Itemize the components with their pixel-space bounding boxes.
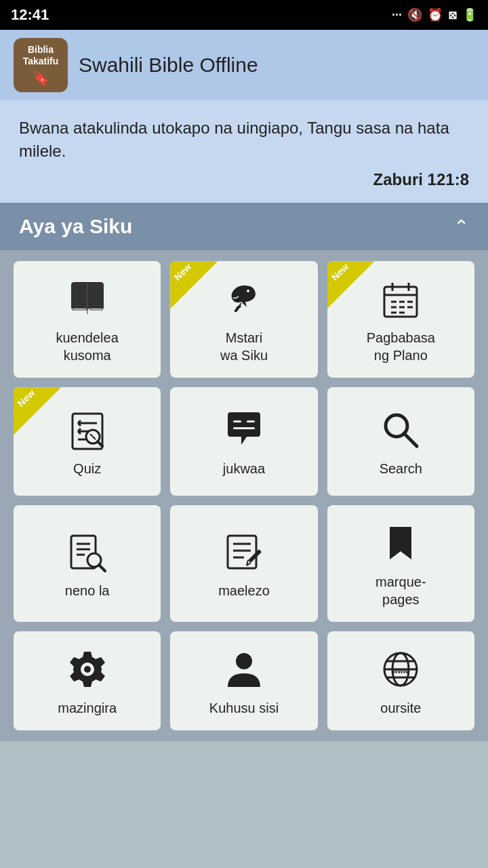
app-icon: Biblia Takatifu 🔖 [14,38,68,92]
svg-rect-28 [233,420,241,422]
marque-label: marque- pages [375,573,426,608]
new-badge-pagbabasa: New [327,261,375,309]
mazingira-label: mazingira [58,699,117,717]
chevron-up-icon[interactable]: ⌃ [453,216,469,238]
kuhusu-label: Kuhusu sisi [209,699,279,717]
quiz-label: Quiz [73,460,101,477]
grid-item-quiz[interactable]: New Quiz [14,387,161,496]
grid-area: kuendelea kusoma New Mstari wa Siku New [0,250,488,741]
bookmark-icon: 🔖 [33,70,49,86]
grid-item-maelezo[interactable]: maelezo [170,505,317,622]
search-icon [379,408,422,452]
verse-text: Bwana atakulinda utokapo na uingiapo, Ta… [19,117,469,162]
bookmark-icon [379,521,422,565]
globe-icon: www [379,648,422,691]
features-grid: kuendelea kusoma New Mstari wa Siku New [14,261,474,730]
svg-rect-29 [247,420,255,422]
verse-area: Bwana atakulinda utokapo na uingiapo, Ta… [0,100,488,203]
svg-point-2 [247,290,249,292]
alarm-icon: ⏰ [428,7,443,22]
svg-point-46 [84,666,91,673]
status-icons: ··· 🔇 ⏰ ⊠ 🔋 [392,7,477,22]
time-display: 12:41 [11,6,49,24]
svg-point-47 [236,653,252,669]
gear-icon [66,648,109,691]
sim-icon: ⊠ [448,9,457,22]
quiz-icon [66,408,109,452]
edit-icon [222,530,266,574]
battery-icon: 🔋 [462,7,477,22]
svg-line-38 [99,565,105,571]
grid-item-pagbabasa[interactable]: New Pagbabasa ng Plano [327,261,474,378]
grid-item-mazingira[interactable]: mazingira [14,631,161,730]
section-title: Aya ya Siku [19,215,132,238]
maelezo-label: maelezo [218,582,270,599]
app-icon-text: Biblia Takatifu [23,44,59,67]
new-badge-mstari: New [170,261,218,309]
section-header[interactable]: Aya ya Siku ⌃ [0,203,488,250]
svg-rect-30 [233,427,255,429]
chat-icon [222,408,266,452]
book-icon [66,277,109,321]
mstari-label: Mstari wa Siku [220,329,268,364]
svg-rect-39 [228,536,256,568]
dove-icon [222,277,266,321]
grid-item-jukwaa[interactable]: jukwaa [170,387,317,496]
oursite-label: oursite [380,699,421,717]
app-header: Biblia Takatifu 🔖 Swahili Bible Offline [0,30,488,100]
svg-line-32 [404,433,417,446]
grid-item-marque[interactable]: marque- pages [327,505,474,622]
neno-label: neno la [65,582,110,599]
dots-icon: ··· [392,8,402,22]
grid-item-kuhusu[interactable]: Kuhusu sisi [170,631,317,730]
mute-icon: 🔇 [407,7,422,22]
grid-item-neno[interactable]: neno la [14,505,161,622]
grid-item-search[interactable]: Search [327,387,474,496]
app-title: Swahili Bible Offline [79,54,258,77]
grid-item-kuendelea[interactable]: kuendelea kusoma [14,261,161,378]
search-label: Search [380,460,422,477]
grid-item-mstari[interactable]: New Mstari wa Siku [170,261,317,378]
pagbabasa-label: Pagbabasa ng Plano [367,329,435,364]
grid-item-oursite[interactable]: www oursite [327,631,474,730]
svg-text:www: www [392,667,409,675]
doc-search-icon [66,530,109,574]
verse-reference: Zaburi 121:8 [19,170,469,189]
new-badge-quiz: New [14,387,61,435]
calendar-icon [379,277,422,321]
jukwaa-label: jukwaa [223,460,265,477]
kuendelea-label: kuendelea kusoma [56,329,119,364]
person-icon [222,648,266,691]
status-bar: 12:41 ··· 🔇 ⏰ ⊠ 🔋 [0,0,488,30]
